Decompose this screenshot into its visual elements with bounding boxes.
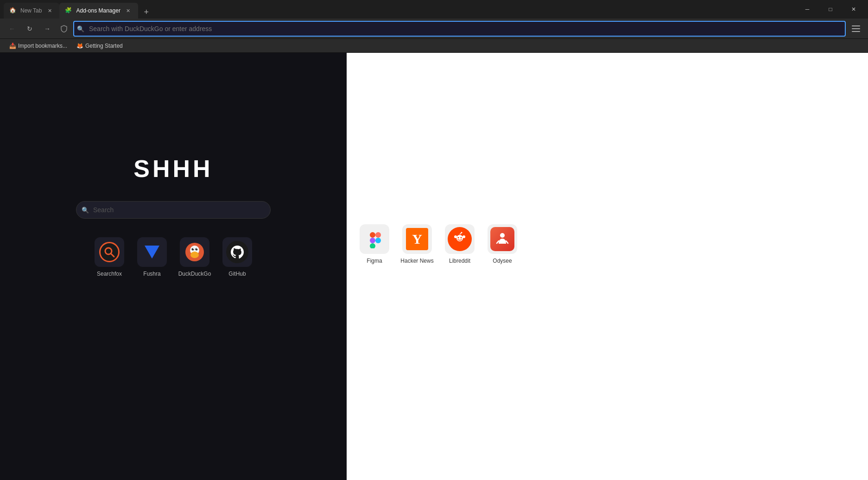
shortcut-duckduckgo[interactable]: DuckDuckGo — [176, 237, 213, 277]
svg-line-4 — [111, 253, 114, 257]
svg-rect-0 — [852, 25, 860, 26]
svg-point-21 — [454, 235, 457, 238]
address-input[interactable] — [73, 21, 846, 37]
libreddit-logo — [448, 227, 472, 251]
svg-rect-14 — [370, 238, 375, 243]
shortcut-figma[interactable]: Figma — [356, 224, 393, 264]
shortcut-libreddit[interactable]: Libreddit — [441, 224, 478, 264]
right-shortcuts-grid: Figma Y Hacker News — [356, 224, 521, 264]
fushra-logo — [145, 246, 159, 259]
shortcut-label-hackernews: Hacker News — [400, 258, 433, 264]
new-tab-button[interactable]: + — [140, 6, 153, 19]
svg-rect-1 — [852, 28, 860, 29]
svg-point-8 — [192, 248, 194, 251]
hackernews-logo: Y — [406, 228, 428, 250]
shortcut-label-fushra: Fushra — [143, 271, 160, 277]
svg-point-16 — [375, 238, 381, 243]
nav-bar: ← ↻ → 🔍 — [0, 19, 868, 39]
bookmark-import-icon: 📥 — [9, 43, 16, 49]
svg-point-11 — [196, 248, 197, 249]
shortcut-fushra[interactable]: Fushra — [133, 237, 171, 277]
address-bar-wrapper: 🔍 — [73, 21, 846, 37]
shortcut-label-duckduckgo: DuckDuckGo — [178, 271, 211, 277]
shortcut-icon-figma — [360, 224, 389, 254]
minimize-button[interactable]: ─ — [797, 2, 818, 17]
maximize-button[interactable]: □ — [820, 2, 841, 17]
shortcut-label-github: GitHub — [228, 271, 246, 277]
left-panel-new-tab: SHHH 🔍 — [0, 53, 347, 480]
bookmarks-bar: 📥 Import bookmarks... 🦊 Getting Started — [0, 39, 868, 53]
svg-point-22 — [463, 235, 465, 238]
shortcut-icon-fushra — [137, 237, 167, 267]
bookmark-import-label: Import bookmarks... — [18, 43, 67, 49]
bookmark-import[interactable]: 📥 Import bookmarks... — [6, 42, 71, 50]
forward-button[interactable]: → — [40, 21, 55, 36]
odysee-logo — [490, 227, 514, 251]
svg-rect-13 — [375, 232, 381, 238]
shortcut-icon-duckduckgo — [180, 237, 209, 267]
svg-point-7 — [190, 252, 199, 258]
tabs-area: 🏠 New Tab ✕ 🧩 Add-ons Manager ✕ + — [4, 0, 797, 19]
reload-button[interactable]: ↻ — [22, 21, 37, 36]
tab-title-addons: Add-ons Manager — [76, 7, 120, 14]
tab-close-addons[interactable]: ✕ — [124, 6, 133, 15]
shortcut-odysee[interactable]: Odysee — [484, 224, 521, 264]
svg-rect-12 — [370, 232, 375, 238]
close-button[interactable]: ✕ — [843, 2, 864, 17]
back-button[interactable]: ← — [5, 21, 19, 36]
new-tab-content: SHHH 🔍 — [0, 53, 347, 480]
shortcut-label-odysee: Odysee — [493, 258, 512, 264]
tab-close-new-tab[interactable]: ✕ — [45, 6, 54, 15]
svg-point-10 — [193, 248, 194, 249]
security-icon — [57, 22, 70, 35]
svg-point-24 — [461, 232, 463, 234]
shortcut-icon-libreddit — [445, 224, 475, 254]
shortcut-label-searchfox: Searchfox — [97, 271, 122, 277]
browser-window: 🏠 New Tab ✕ 🧩 Add-ons Manager ✕ + ─ □ ✕ … — [0, 0, 868, 480]
github-logo — [226, 241, 248, 263]
shortcut-icon-hackernews: Y — [402, 224, 432, 254]
shortcuts-grid: Searchfox Fushra — [91, 237, 256, 277]
title-bar: 🏠 New Tab ✕ 🧩 Add-ons Manager ✕ + ─ □ ✕ — [0, 0, 868, 19]
tab-addons-manager[interactable]: 🧩 Add-ons Manager ✕ — [59, 3, 138, 19]
svg-point-9 — [196, 248, 198, 251]
bookmark-getting-started-icon: 🦊 — [76, 43, 83, 49]
svg-point-19 — [458, 237, 459, 239]
tab-favicon-new-tab: 🏠 — [9, 7, 17, 14]
right-panel-addons: Figma Y Hacker News — [347, 53, 868, 480]
bookmark-getting-started-label: Getting Started — [85, 43, 123, 49]
menu-button[interactable] — [849, 21, 863, 36]
shortcut-hackernews[interactable]: Y Hacker News — [399, 224, 436, 264]
shortcut-icon-github — [222, 237, 252, 267]
new-tab-search-container: 🔍 — [76, 201, 271, 219]
shortcut-label-libreddit: Libreddit — [449, 258, 470, 264]
shortcut-icon-odysee — [488, 224, 517, 254]
tab-title-new-tab: New Tab — [20, 7, 42, 14]
shortcut-github[interactable]: GitHub — [219, 237, 256, 277]
svg-line-27 — [506, 241, 508, 243]
svg-point-25 — [500, 233, 505, 238]
shortcut-searchfox[interactable]: Searchfox — [91, 237, 128, 277]
svg-rect-2 — [852, 31, 860, 32]
bookmark-getting-started[interactable]: 🦊 Getting Started — [73, 42, 127, 50]
tab-new-tab[interactable]: 🏠 New Tab ✕ — [4, 3, 59, 19]
shortcut-icon-searchfox — [95, 237, 124, 267]
svg-line-26 — [497, 241, 499, 243]
shortcut-label-figma: Figma — [367, 258, 382, 264]
svg-rect-15 — [370, 243, 375, 248]
window-controls: ─ □ ✕ — [797, 2, 864, 17]
tab-favicon-addons: 🧩 — [65, 7, 72, 14]
new-tab-search-input[interactable] — [76, 201, 271, 219]
searchfox-logo — [99, 242, 120, 262]
content-area: SHHH 🔍 — [0, 53, 868, 480]
svg-point-20 — [461, 237, 462, 239]
new-tab-title: SHHH — [133, 155, 213, 183]
